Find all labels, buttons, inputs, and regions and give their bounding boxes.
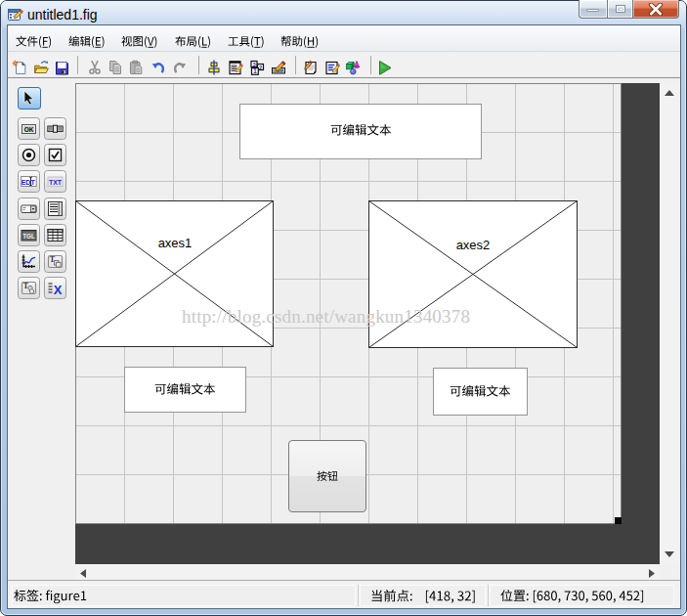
svg-text:OK: OK bbox=[24, 126, 34, 133]
svg-text:1: 1 bbox=[253, 67, 257, 74]
svg-text:TGL: TGL bbox=[22, 233, 35, 240]
svg-text:TXT: TXT bbox=[49, 179, 63, 186]
svg-text:EDT: EDT bbox=[21, 179, 36, 186]
svg-text:X: X bbox=[54, 283, 63, 297]
svg-text:2: 2 bbox=[259, 65, 262, 70]
